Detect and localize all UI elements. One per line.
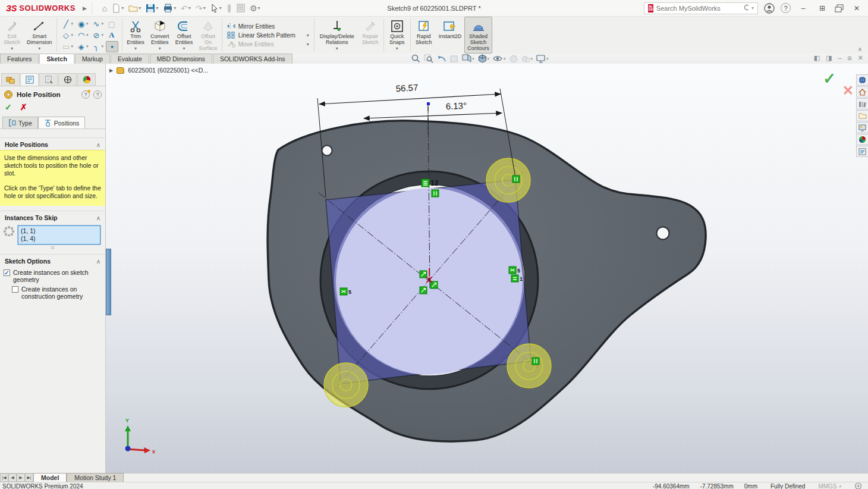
display-manager-tab[interactable] — [77, 73, 96, 86]
slot-tool[interactable]: ▭▾ — [61, 41, 75, 52]
motion-study-tab[interactable]: Motion Study 1 — [67, 473, 124, 482]
tab-evaluate[interactable]: Evaluate — [111, 54, 149, 64]
restore-button[interactable] — [835, 4, 844, 12]
display-delete-relations-button[interactable]: Display/Delete Relations▾ — [316, 17, 358, 54]
graphics-viewport[interactable]: ▶ 60225001 (60225001) <<D... — [106, 64, 868, 473]
instant2d-button[interactable]: Instant2D — [436, 17, 465, 54]
edit-appearance-button[interactable] — [510, 55, 518, 63]
tab-sketch[interactable]: Sketch — [39, 54, 74, 64]
user-account-icon[interactable] — [764, 3, 775, 14]
circle-tool[interactable]: ◉▾ — [76, 18, 90, 30]
ellipse-tool[interactable]: ⊘▾ — [91, 30, 105, 41]
panel-splitter-handle[interactable] — [106, 249, 111, 315]
magnet-button[interactable] — [225, 2, 234, 14]
undo-button[interactable]: ↶▾ — [179, 2, 193, 14]
menu-flyout-icon[interactable]: ▶ — [83, 5, 87, 11]
task-pane-3dexperience[interactable] — [856, 74, 868, 86]
model-tab[interactable]: Model — [33, 473, 67, 482]
search-input[interactable] — [656, 5, 741, 12]
whats-new-help-button[interactable]: ? — [81, 90, 90, 99]
feature-manager-tab[interactable] — [1, 73, 20, 86]
previous-view-button[interactable] — [437, 54, 446, 63]
status-tag-icon[interactable] — [854, 482, 862, 489]
close-button[interactable]: ✕ — [850, 4, 863, 12]
skip-instances-listbox[interactable]: (1, 1) (1, 4) — [18, 225, 100, 244]
display-style-button[interactable]: ▾ — [478, 54, 490, 63]
nav-next-button[interactable]: ▶ — [17, 474, 25, 482]
line-tool[interactable]: ╱▾ — [61, 18, 75, 30]
positions-tab[interactable]: Positions — [38, 117, 86, 128]
hole-preview-bottom-left[interactable] — [324, 363, 368, 407]
task-pane-resources[interactable] — [856, 86, 868, 98]
help-circle-button[interactable]: ? — [93, 90, 102, 99]
dimension-width-value[interactable]: 56.57 — [395, 82, 418, 93]
settings-button[interactable]: ⚙▾ — [248, 2, 262, 14]
apply-scene-button[interactable]: ▾ — [521, 55, 533, 63]
task-pane-appearances[interactable] — [856, 134, 868, 145]
print-button[interactable]: ▾ — [161, 2, 178, 14]
convert-entities-button[interactable]: Convert Entities▾ — [147, 17, 172, 54]
text-tool[interactable]: A — [106, 30, 118, 41]
polygon-tool[interactable]: ◈▾ — [76, 41, 90, 52]
quick-snaps-button[interactable]: Quick Snaps▾ — [385, 17, 409, 54]
pane-left-icon[interactable]: ◧ — [814, 54, 820, 62]
tab-features[interactable]: Features — [0, 54, 39, 64]
help-button[interactable]: ? — [781, 3, 791, 13]
surface-sketch-tool[interactable]: ▢ — [106, 18, 118, 30]
ribbon-collapse-icon[interactable]: ∧ — [858, 46, 862, 52]
minimize-button[interactable]: – — [797, 4, 810, 12]
repair-sketch-button[interactable]: Repair Sketch — [358, 17, 382, 54]
property-manager-tab[interactable] — [20, 73, 39, 86]
exit-sketch-button[interactable]: Exit Sketch▾ — [0, 17, 24, 54]
tab-solidworks-addins[interactable]: SOLIDWORKS Add-Ins — [213, 54, 293, 64]
hide-show-items-button[interactable]: ▾ — [493, 55, 506, 62]
dimension-angle-value[interactable]: 6.13° — [446, 101, 467, 111]
section-view-button[interactable] — [450, 55, 458, 63]
hole-positions-section-header[interactable]: Hole Positions ∧ — [0, 137, 105, 150]
nav-last-button[interactable]: ▶| — [25, 474, 33, 482]
sketch-geometry-checkbox[interactable]: ✓ — [4, 269, 10, 276]
pane-right-icon[interactable]: ◨ — [826, 54, 832, 62]
listbox-resize-handle[interactable] — [51, 246, 54, 249]
maximize-button[interactable]: ⊞ — [816, 4, 829, 12]
new-document-button[interactable]: ▾ — [110, 2, 125, 14]
nav-prev-button[interactable]: ◀ — [8, 474, 17, 482]
ok-button[interactable]: ✓ — [5, 102, 12, 112]
trim-entities-button[interactable]: Trim Entities▾ — [124, 17, 147, 54]
home-button[interactable]: ⌂ — [100, 2, 109, 14]
sketch-vertex-point[interactable] — [427, 102, 430, 105]
task-pane-design-library[interactable] — [856, 98, 868, 109]
zoom-fit-button[interactable] — [411, 54, 420, 63]
doc-restore-icon[interactable]: ⧈ — [848, 54, 852, 62]
construction-geometry-checkbox[interactable] — [12, 286, 18, 293]
doc-close-icon[interactable]: ✕ — [858, 54, 863, 62]
redo-button[interactable]: ↷▾ — [194, 2, 207, 14]
save-button[interactable]: ▾ — [144, 2, 160, 14]
select-button[interactable]: ▾ — [209, 2, 224, 14]
view-settings-button[interactable]: ▾ — [536, 55, 549, 63]
hole-preview-bottom-right[interactable] — [507, 344, 551, 388]
hole-preview-top-right[interactable] — [486, 158, 530, 202]
linear-sketch-pattern-button[interactable]: Linear Sketch Pattern▾ — [227, 32, 309, 39]
options-list-button[interactable] — [235, 2, 247, 14]
rapid-sketch-button[interactable]: Rapid Sketch — [412, 17, 436, 54]
move-entities-button[interactable]: Move Entities▾ — [227, 40, 309, 48]
instances-to-skip-header[interactable]: Instances To Skip ∧ — [0, 211, 105, 223]
type-tab[interactable]: Type — [2, 117, 38, 128]
sketch-options-header[interactable]: Sketch Options ∧ — [0, 254, 105, 267]
search-scope-dropdown-icon[interactable]: ▾ — [751, 5, 754, 11]
view-orientation-button[interactable]: ▾ — [462, 54, 474, 63]
offset-on-surface-button[interactable]: Offset On Surface — [196, 17, 221, 54]
task-pane-view-palette[interactable] — [856, 122, 868, 133]
tab-markup[interactable]: Markup — [75, 54, 110, 64]
search-icon[interactable] — [744, 4, 749, 12]
tab-mbd-dimensions[interactable]: MBD Dimensions — [150, 54, 212, 64]
shaded-sketch-contours-button[interactable]: Shaded Sketch Contours — [464, 17, 492, 54]
arc-tool[interactable]: ◠▾ — [76, 30, 90, 41]
mirror-entities-button[interactable]: Mirror Entities — [227, 23, 309, 30]
configuration-manager-tab[interactable] — [39, 73, 58, 86]
nav-first-button[interactable]: |◀ — [0, 474, 8, 482]
cancel-button[interactable]: ✗ — [20, 102, 27, 112]
unit-system-selector[interactable]: MMGS ▴ — [818, 483, 841, 489]
rectangle-tool[interactable]: ◇▾ — [61, 30, 75, 41]
